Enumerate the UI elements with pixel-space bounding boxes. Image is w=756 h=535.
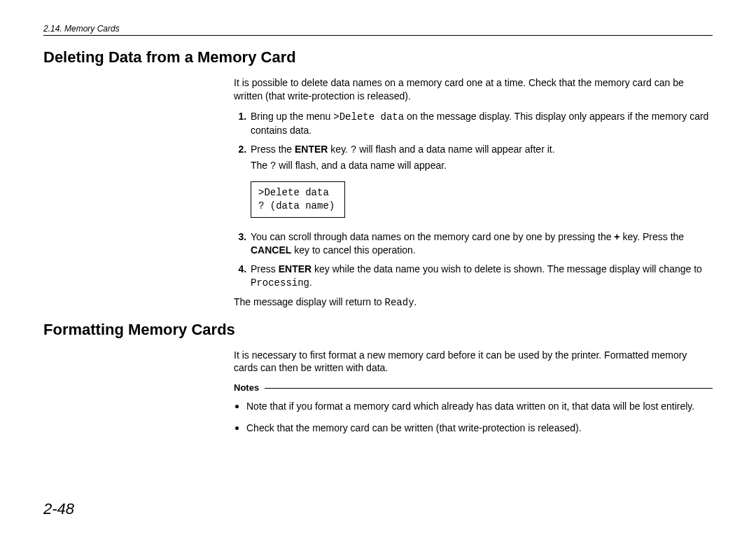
step-4: Press ENTER key while the data name you … [249, 263, 713, 290]
display-line1: >Delete data [258, 187, 329, 198]
step-2: Press the ENTER key. ? will flash and a … [249, 143, 713, 225]
notes-list: Note that if you format a memory card wh… [234, 398, 713, 435]
notes-header: Notes [234, 382, 713, 394]
heading-deleting: Deleting Data from a Memory Card [43, 48, 713, 67]
note-2: Check that the memory card can be writte… [246, 420, 713, 435]
step-3: You can scroll through data names on the… [249, 230, 713, 257]
step2-text-a: Press the [251, 144, 295, 155]
step1-code: >Delete data [333, 111, 404, 123]
step4-text-b: key while the data name you wish to dele… [312, 263, 702, 275]
after-text-b: . [414, 296, 417, 307]
step3-text-c: key to cancel this operation. [291, 244, 415, 256]
step4-text-a: Press [251, 263, 279, 275]
step4-enter-key: ENTER [279, 263, 312, 275]
step3-text-b: key. Press the [620, 231, 685, 242]
note-1: Note that if you format a memory card wh… [246, 398, 713, 413]
step3-text-a: You can scroll through data names on the… [251, 231, 614, 242]
after-ready: Ready [385, 297, 414, 308]
notes-rule [265, 388, 713, 389]
section1-intro: It is possible to delete data names on a… [234, 76, 713, 103]
step2-note-a: The [251, 160, 270, 171]
header-rule [43, 35, 713, 36]
step2-text-c: will flash and a data name will appear a… [356, 144, 554, 155]
display-box: >Delete data ? (data name) [251, 181, 345, 218]
heading-formatting: Formatting Memory Cards [43, 321, 713, 339]
step2-note: The ? will flash, and a data name will a… [251, 159, 713, 173]
section2-intro: It is necessary to first format a new me… [234, 349, 713, 375]
step3-plus-key: + [614, 231, 620, 242]
step1-text-a: Bring up the menu [251, 111, 333, 122]
display-line2: ? (data name) [258, 200, 335, 211]
page: 2.14. Memory Cards Deleting Data from a … [0, 0, 756, 535]
notes-label: Notes [234, 382, 259, 394]
after-text-a: The message display will return to [234, 296, 385, 307]
step2-key-enter: ENTER [295, 144, 328, 155]
section1-body: It is possible to delete data names on a… [234, 76, 713, 310]
step4-text-c: . [309, 277, 312, 288]
running-header: 2.14. Memory Cards [43, 24, 713, 34]
section1-steps: Bring up the menu >Delete data on the me… [234, 110, 713, 290]
step4-processing: Processing [251, 277, 309, 289]
step3-cancel-key: CANCEL [251, 244, 291, 256]
step2-note-b: will flash, and a data name will appear. [276, 160, 447, 171]
section1-after: The message display will return to Ready… [234, 296, 713, 310]
section2-body: It is necessary to first format a new me… [234, 349, 713, 435]
page-number: 2-48 [43, 500, 74, 518]
step-1: Bring up the menu >Delete data on the me… [249, 110, 713, 137]
step2-text-b: key. [328, 144, 350, 155]
